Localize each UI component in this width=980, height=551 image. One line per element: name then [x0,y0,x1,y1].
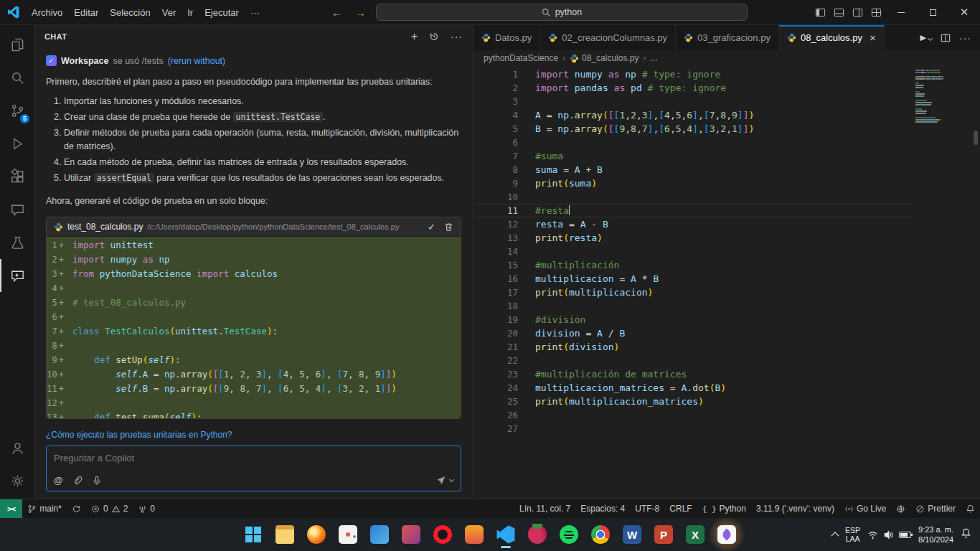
tray-overflow-chevron-icon[interactable] [831,532,839,540]
indentation[interactable]: Espacios: 4 [575,499,630,518]
errors-icon [91,504,100,514]
workbench: 5 CHAT + ··· ✓ Worksp [0,25,980,499]
chat-more-icon[interactable]: ··· [451,31,463,42]
menu-item[interactable]: Ver [156,5,182,20]
customize-layout-icon[interactable] [867,0,885,24]
spotify[interactable] [555,520,583,549]
clock[interactable]: 9:23 a. m. 8/10/2024 [918,524,953,545]
time: 9:23 a. m. [918,524,953,534]
vscode[interactable] [491,520,520,549]
chat-generate-text: Ahora, generaré el código de prueba en u… [46,194,461,207]
mention-icon[interactable]: @ [54,475,63,486]
editor-more-icon[interactable]: ··· [959,32,971,44]
editor-tab[interactable]: Datos.py [473,25,540,50]
menu-item[interactable]: Editar [68,5,104,20]
raspberry-pi[interactable] [523,520,552,549]
powerpoint[interactable]: P [649,520,678,549]
copilot-chat-icon[interactable] [0,259,34,292]
mic-icon[interactable] [92,476,102,486]
minimize-button[interactable] [885,0,917,24]
settings-gear-icon[interactable] [0,464,34,497]
testing-icon[interactable] [0,226,34,259]
word[interactable]: W [618,520,646,549]
breadcrumb-item[interactable]: ... [650,53,657,63]
search-input[interactable]: python [376,4,748,21]
menu-item[interactable]: Ejecutar [199,5,245,20]
chat-icon[interactable] [0,193,34,226]
whiteboard-app[interactable] [334,520,362,549]
editor-tab[interactable]: 02_creacionColumnas.py [540,25,676,50]
branch-name: main* [39,504,62,514]
python-interpreter[interactable]: 3.11.9 ('.venv': venv) [751,499,839,518]
screenshot-app-icon [717,525,736,544]
account-icon[interactable] [0,431,34,464]
screenshot-app[interactable] [712,520,741,549]
notification-center-bell-icon[interactable] [961,528,971,542]
toggle-sidebar-icon[interactable] [811,0,829,24]
remote-indicator[interactable]: >< [0,499,22,518]
excel[interactable]: X [681,520,710,549]
run-python-file-icon[interactable]: ▶ [920,33,932,42]
source-control-icon[interactable]: 5 [0,94,34,127]
new-chat-icon[interactable]: + [411,32,418,42]
go-live-button[interactable]: Go Live [839,499,891,518]
eol-sequence[interactable]: CRLF [664,499,697,518]
apply-check-icon[interactable]: ✓ [428,222,435,232]
followup-suggestion[interactable]: ¿Cómo ejecuto las pruebas unitarias en P… [46,430,461,440]
send-icon[interactable] [436,476,446,486]
maximize-button[interactable] [917,0,948,24]
close-button[interactable]: ✕ [948,0,980,24]
explorer-icon[interactable] [0,28,34,61]
menu-item[interactable]: Selección [104,5,156,20]
run-debug-icon[interactable] [0,127,34,160]
chat-history-icon[interactable] [429,32,439,42]
browser-preview-button[interactable] [891,499,910,518]
split-editor-icon[interactable] [941,33,951,43]
start-button[interactable] [239,520,268,549]
trash-icon[interactable] [444,222,453,232]
editor-group: Datos.py02_creacionColumnas.py03_grafica… [473,25,980,499]
editor-tab[interactable]: 08_calculos.py× [779,25,885,50]
minimap[interactable] [915,70,969,128]
file-explorer[interactable] [270,520,299,549]
menu-item[interactable]: Ir [182,5,199,20]
firefox[interactable] [302,520,331,549]
keyboard-layout[interactable]: ESPLAA [845,526,860,543]
back-button[interactable]: ← [329,6,345,19]
encoding[interactable]: UTF-8 [630,499,664,518]
opera[interactable] [428,520,457,549]
quick-settings[interactable] [867,529,911,540]
breadcrumb-item[interactable]: 08_calculos.py [570,53,639,63]
extensions-icon[interactable] [0,160,34,193]
rerun-link[interactable]: (rerun without) [168,56,226,66]
breadcrumb-item[interactable]: pythonDataScience [484,53,558,63]
drawio-app[interactable] [397,520,425,549]
notifications-bell-icon[interactable] [961,499,980,518]
language-mode[interactable]: { }Python [697,499,751,518]
scrollbar-thumb[interactable] [974,131,978,145]
plan-step: Crear una clase de prueba que herede de … [64,110,461,124]
close-icon[interactable]: × [870,34,876,42]
editor-tab[interactable]: 03_graficacion.py [676,25,779,50]
toggle-panel-icon[interactable] [829,0,848,24]
chat-input[interactable]: Preguntar a Copilot @ [46,446,461,491]
send-options-chevron-icon[interactable] [449,476,454,481]
menu-item[interactable]: ··· [245,5,265,20]
code-line: 19#división [473,313,911,326]
window-controls: ✕ [811,0,980,24]
attach-icon[interactable] [72,476,83,486]
photos-app[interactable] [365,520,394,549]
git-branch-status[interactable]: main* [22,499,67,518]
toggle-secondary-sidebar-icon[interactable] [848,0,867,24]
menu-item[interactable]: Archivo [26,5,68,20]
ports-status[interactable]: 0 [133,499,160,518]
java-app[interactable] [460,520,489,549]
prettier-status[interactable]: Prettier [910,499,961,518]
chrome[interactable] [586,520,615,549]
cursor-position[interactable]: Lín. 11, col. 7 [514,499,575,518]
forward-button[interactable]: → [352,6,369,19]
code-editor[interactable]: 1import numpy as np # type: ignore2impor… [473,66,980,499]
problems-status[interactable]: 0 2 [86,499,133,518]
search-icon[interactable] [0,61,34,94]
sync-button[interactable] [67,499,86,518]
